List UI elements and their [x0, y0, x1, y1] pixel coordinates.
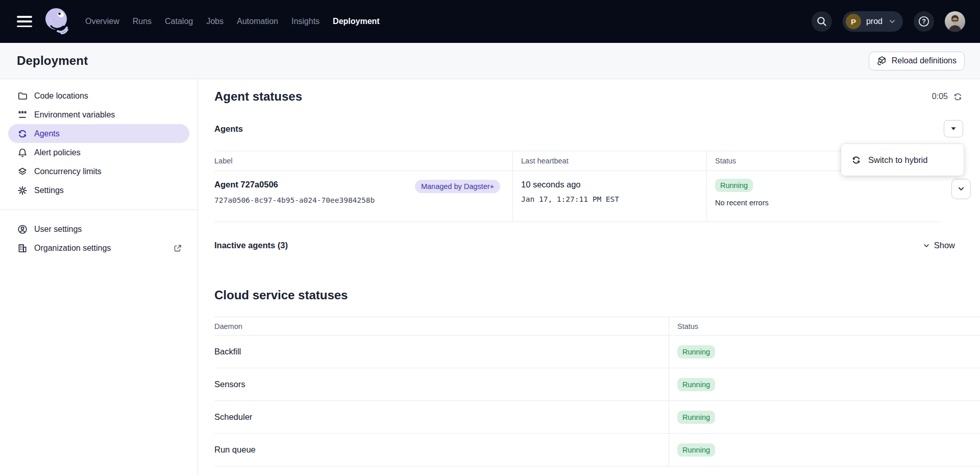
- nav-link-catalog[interactable]: Catalog: [165, 17, 193, 26]
- daemon-name: Run queue: [214, 434, 669, 466]
- refresh-icon[interactable]: [953, 92, 963, 102]
- agents-table: Label Last heartbeat Status Agent 727a05…: [214, 151, 942, 222]
- daemon-name: Backfill: [214, 336, 669, 368]
- nav-link-overview[interactable]: Overview: [85, 17, 119, 26]
- agents-table-header: Label Last heartbeat Status: [214, 151, 942, 171]
- bell-icon: [17, 148, 28, 158]
- status-badge: Running: [677, 443, 715, 457]
- heartbeat-relative: 10 seconds ago: [521, 180, 706, 189]
- daemon-status-cell: Running: [669, 401, 980, 433]
- agents-menu-button[interactable]: [944, 120, 963, 137]
- sidebar-divider: [0, 209, 198, 210]
- daemon-name: Sensors: [214, 368, 669, 400]
- deployment-sidebar: Code locations *** Environment variables: [0, 79, 198, 474]
- nav-link-insights[interactable]: Insights: [291, 17, 320, 26]
- sidebar-item-label: Alert policies: [34, 148, 81, 157]
- sidebar-item-organization-settings[interactable]: Organization settings: [8, 239, 189, 257]
- cloud-service-statuses-header: Cloud service statuses: [214, 286, 980, 304]
- dagster-deployment-screen: Overview Runs Catalog Jobs Automation In…: [0, 0, 980, 475]
- refresh-timer: 0:05: [932, 92, 963, 102]
- nav-link-jobs[interactable]: Jobs: [206, 17, 224, 26]
- daemon-row-sensors: Sensors Running: [214, 368, 980, 401]
- agent-label-cell: Agent 727a0506 727a0506-8c97-4b95-a024-7…: [214, 171, 512, 222]
- env-vars-icon: ***: [17, 110, 28, 120]
- sidebar-item-label: Concurrency limits: [34, 167, 102, 176]
- sidebar-item-environment-variables[interactable]: *** Environment variables: [8, 105, 189, 124]
- agent-row-menu-button[interactable]: [951, 179, 971, 199]
- agent-statuses-title: Agent statuses: [214, 89, 302, 104]
- agent-sync-icon: [17, 129, 28, 139]
- column-header-last-heartbeat: Last heartbeat: [512, 151, 706, 171]
- reload-definitions-label: Reload definitions: [892, 56, 957, 65]
- top-nav: Overview Runs Catalog Jobs Automation In…: [0, 0, 980, 43]
- daemon-status-cell: Running: [669, 434, 980, 466]
- agent-name: Agent 727a0506: [214, 180, 375, 189]
- agents-section-header: Agents: [214, 119, 980, 138]
- sidebar-item-agents[interactable]: Agents: [8, 124, 189, 143]
- status-badge: Running: [677, 345, 715, 359]
- sidebar-item-alert-policies[interactable]: Alert policies: [8, 143, 189, 162]
- svg-text:***: ***: [18, 110, 27, 117]
- sidebar-item-user-settings[interactable]: User settings: [8, 220, 189, 239]
- sidebar-item-code-locations[interactable]: Code locations: [8, 86, 189, 105]
- chevron-down-icon: [888, 17, 897, 26]
- folder-icon: [17, 91, 28, 101]
- column-header-daemon: Daemon: [214, 322, 669, 330]
- nav-link-deployment[interactable]: Deployment: [333, 17, 380, 26]
- agent-status-cell: Running No recent errors: [706, 171, 942, 222]
- nav-link-automation[interactable]: Automation: [237, 17, 278, 26]
- sidebar-item-concurrency-limits[interactable]: Concurrency limits: [8, 162, 189, 181]
- chevron-down-icon: [957, 184, 966, 194]
- status-badge: Running: [715, 179, 753, 192]
- daemon-name: Scheduler: [214, 401, 669, 433]
- main-panel: Agent statuses 0:05 Agents: [198, 79, 980, 474]
- reload-definitions-button[interactable]: Reload definitions: [869, 52, 965, 70]
- agent-row: Agent 727a0506 727a0506-8c97-4b95-a024-7…: [214, 171, 942, 222]
- status-badge: Running: [677, 411, 715, 424]
- page-header: Deployment Reload definitions: [0, 43, 980, 79]
- inactive-agents-label: Inactive agents (3): [214, 241, 288, 250]
- agents-heading: Agents: [214, 124, 243, 134]
- menu-item-switch-to-hybrid[interactable]: Switch to hybrid: [868, 155, 927, 165]
- hamburger-menu-icon[interactable]: [17, 16, 32, 27]
- deployment-name: prod: [866, 17, 883, 26]
- daemon-status-cell: Running: [669, 336, 980, 368]
- agent-sync-icon: [851, 155, 861, 165]
- sidebar-item-label: Environment variables: [34, 110, 115, 120]
- sidebar-item-label: Code locations: [34, 91, 88, 101]
- chevron-down-icon: [922, 242, 930, 250]
- layers-icon: [17, 167, 28, 177]
- heartbeat-timestamp: Jan 17, 1:27:11 PM EST: [521, 195, 706, 203]
- caret-down-icon: [949, 124, 958, 133]
- refresh-countdown: 0:05: [932, 92, 948, 101]
- sidebar-item-label: User settings: [34, 225, 82, 234]
- cloud-service-statuses-title: Cloud service statuses: [214, 288, 348, 302]
- agent-id: 727a0506-8c97-4b95-a024-70ee3984258b: [214, 196, 375, 204]
- dagster-logo-icon[interactable]: [43, 6, 70, 37]
- user-avatar[interactable]: [945, 11, 965, 32]
- nav-right-cluster: P prod ?: [812, 11, 965, 32]
- sidebar-item-label: Agents: [34, 129, 60, 138]
- column-header-label: Label: [214, 151, 512, 171]
- managed-by-badge: Managed by Dagster+: [415, 180, 500, 193]
- deployment-initial-badge: P: [846, 14, 861, 29]
- user-circle-icon: [17, 224, 28, 234]
- sidebar-item-label: Settings: [34, 186, 64, 195]
- cloud-table-header: Daemon Status: [214, 317, 980, 336]
- nav-link-runs[interactable]: Runs: [133, 17, 152, 26]
- daemon-row-run-queue: Run queue Running: [214, 434, 980, 466]
- cloud-services-table: Daemon Status Backfill Running Sensors R…: [214, 317, 980, 466]
- svg-text:?: ?: [922, 18, 926, 25]
- inactive-agents-show-toggle[interactable]: Show: [922, 241, 955, 250]
- deployment-switcher[interactable]: P prod: [843, 11, 903, 32]
- search-icon: [816, 16, 827, 27]
- search-button[interactable]: [812, 11, 832, 32]
- sidebar-item-settings[interactable]: Settings: [8, 181, 189, 200]
- help-button[interactable]: ?: [914, 11, 934, 32]
- daemon-status-cell: Running: [669, 368, 980, 400]
- content-area: Code locations *** Environment variables: [0, 79, 980, 474]
- help-icon: ?: [918, 15, 930, 28]
- sidebar-item-label: Organization settings: [34, 244, 111, 253]
- status-note: No recent errors: [715, 199, 942, 207]
- primary-nav-links: Overview Runs Catalog Jobs Automation In…: [85, 17, 380, 26]
